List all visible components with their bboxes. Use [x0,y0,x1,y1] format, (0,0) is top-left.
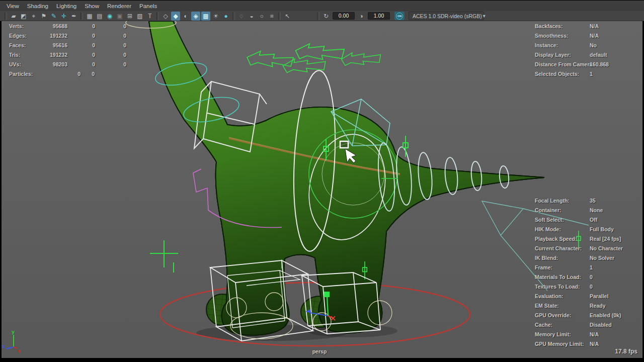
motion-blur-icon[interactable]: ◒ [247,12,256,21]
exposure-field[interactable]: 0.00 [333,12,355,20]
camera-icon[interactable]: ▰ [9,12,18,21]
contrast-icon[interactable]: ◑ [357,12,366,21]
menu-view[interactable]: View [7,3,19,9]
toolbar-separator [317,13,319,20]
fps-counter: 17.8 fps [615,348,637,355]
on-badge-icon: ON [396,13,403,20]
colorspace-dropdown[interactable]: ACES 1.0 SDR-video (sRGB) ▼ [409,12,484,20]
hud-row-focal-length: Focal Length:35 [535,196,623,206]
select-cursor-icon[interactable]: ↖ [283,12,292,21]
bookmark-icon[interactable]: ⚑ [39,12,48,21]
toolbar-separator [232,13,235,20]
wireframe-icon[interactable]: ◇ [161,12,170,21]
shadows-icon[interactable]: ● [221,12,230,21]
hud-row-particles: Particles:00 [9,69,126,79]
shaded-icon[interactable]: ◆ [171,12,180,21]
text-hud-icon[interactable]: T [145,12,154,21]
axis-y-label: y [12,329,15,334]
grease-pencil-icon[interactable]: ✎ [49,12,58,21]
lights-icon[interactable]: ☀ [211,12,220,21]
resolution-gate-icon[interactable]: ◉ [105,12,114,21]
hud-row-gpu-memory-limit: GPU Memory Limit:N/A [535,339,623,349]
hud-row-selected-objects: Selected Objects:1 [535,69,609,79]
hud-row-soft-select: Soft Select:Off [535,215,623,225]
gate-mask-icon[interactable]: ▣ [115,12,124,21]
axis-x-label: x [18,348,21,353]
hud-row-cache: Cache:Disabled [535,320,623,330]
viewport-panel: y z x Verts:9568800 Edges:19123200 Faces… [2,21,642,358]
toolbar-separator [5,13,7,20]
hud-row-container: Container:None [535,206,623,215]
pan-zoom-icon[interactable]: ✛ [59,12,68,21]
hud-row-uvs: UVs:9820300 [9,60,126,69]
textured-shaded-icon[interactable]: ◐ [181,12,190,21]
film-gate-icon[interactable]: ▤ [95,12,104,21]
hud-scene-details: Focal Length:35 Container:None Soft Sele… [535,196,623,349]
hud-row-faces: Faces:9561600 [9,41,126,50]
field-chart-icon[interactable]: ⊞ [125,12,134,21]
gamma-field[interactable]: 1.00 [368,12,390,20]
hud-object-details: Backfaces:N/A Smoothness:N/A Instance:No… [535,22,609,79]
chevron-down-icon: ▼ [482,14,487,19]
hud-row-display-layer: Display Layer:default [535,50,609,60]
hud-poly-count: Verts:9568800 Edges:19123200 Faces:95616… [9,22,126,79]
panel-menubar: View Shading Lighting Show Renderer Pane… [0,1,644,11]
hud-row-smoothness: Smoothness:N/A [535,31,609,41]
plain-box-icon[interactable]: ■ [267,12,276,21]
image-plane-icon[interactable]: ▧ [135,12,144,21]
ao-icon[interactable]: ◌ [237,12,246,21]
hud-row-em-state: EM State:Ready [535,301,623,311]
hud-row-instance: Instance:No [535,41,609,50]
toolbar-separator [80,13,83,20]
hud-row-distance: Distance From Camera:160.868 [535,60,609,69]
toolbar-separator [156,13,159,20]
dashed-circle-icon[interactable]: ○ [257,12,266,21]
menu-panels[interactable]: Panels [139,3,157,9]
hud-row-edges: Edges:19123200 [9,31,126,41]
hud-row-hik-mode: HIK Mode:Full Body [535,225,623,234]
hud-row-backfaces: Backfaces:N/A [535,22,609,31]
maya-window: View Shading Lighting Show Renderer Pane… [0,0,644,362]
wireframe-on-shaded-icon[interactable]: ◈ [191,12,200,21]
hud-row-ik-blend: IK Blend:No Solver [535,253,623,263]
menu-lighting[interactable]: Lighting [56,3,76,9]
hud-row-gpu-override: GPU Override:Enabled (0k) [535,311,623,320]
camera-aim-icon[interactable]: ⌖ [29,12,38,21]
hud-row-verts: Verts:9568800 [9,22,126,31]
hud-row-frame: Frame:1 [535,263,623,273]
hud-row-materials-to-load: Materials To Load:0 [535,273,623,282]
textured-icon[interactable]: ▩ [201,12,210,21]
menu-show[interactable]: Show [85,3,99,9]
menu-shading[interactable]: Shading [27,3,48,9]
panel-toolbar: ▰ ◩ ⌖ ⚑ ✎ ✛ ✒ ▦ ▤ ◉ ▣ ⊞ ▧ T ◇ ◆ ◐ ◈ ▩ ☀ … [0,11,644,21]
hud-row-memory-limit: Memory Limit:N/A [535,330,623,339]
axis-z-label: z [2,344,5,349]
hud-row-current-character: Current Character:No Character [535,244,623,253]
colorspace-label: ACES 1.0 SDR-video (sRGB) [409,13,482,19]
grid-icon[interactable]: ▦ [85,12,94,21]
color-management-toggle[interactable]: ON [394,12,405,20]
camera-name-label: persp [292,348,347,354]
exposure-icon[interactable]: ↻ [321,12,331,21]
hud-row-evaluation: Evaluation:Parallel [535,292,623,301]
hud-row-textures-to-load: Textures To Load:0 [535,282,623,292]
camera-lock-icon[interactable]: ◩ [19,12,28,21]
hud-row-playback-speed: Playback Speed:Real [24 fps] [535,234,623,244]
toolbar-separator [278,13,281,20]
pencil-icon[interactable]: ✒ [69,12,78,21]
menu-renderer[interactable]: Renderer [107,3,131,9]
hud-row-tris: Tris:19123200 [9,50,126,60]
